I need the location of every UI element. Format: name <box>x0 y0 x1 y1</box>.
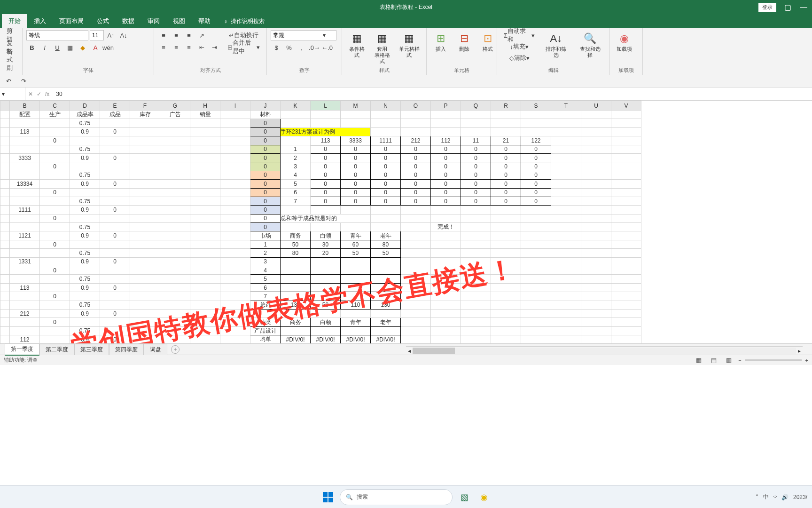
cell[interactable]: 122 <box>521 136 551 145</box>
cell[interactable] <box>341 111 371 119</box>
cell[interactable] <box>581 257 611 266</box>
align-left-icon[interactable]: ≡ <box>158 42 169 52</box>
cell[interactable]: 0 <box>100 257 130 266</box>
cell[interactable] <box>190 335 220 343</box>
cell[interactable]: 0 <box>491 188 521 197</box>
cell[interactable] <box>40 119 70 127</box>
cell[interactable] <box>371 275 401 283</box>
cell[interactable]: 手环231方案设计为例 <box>281 127 371 136</box>
cell[interactable] <box>130 240 160 248</box>
cell[interactable]: 212 <box>401 136 431 145</box>
cell[interactable]: 0 <box>250 188 281 197</box>
cell[interactable]: 0 <box>250 171 281 179</box>
cell[interactable] <box>10 301 40 309</box>
name-box[interactable]: ▾ <box>0 87 25 100</box>
cell[interactable] <box>611 249 641 257</box>
cell[interactable] <box>160 283 190 292</box>
cell[interactable] <box>190 257 220 266</box>
cell[interactable]: 0 <box>250 197 281 205</box>
cell[interactable] <box>0 111 10 119</box>
cell[interactable] <box>190 283 220 292</box>
cell[interactable] <box>190 240 220 248</box>
start-button[interactable] <box>320 489 336 505</box>
cell[interactable] <box>130 275 160 283</box>
horizontal-scrollbar[interactable]: ◂▸ <box>406 346 803 355</box>
cell[interactable] <box>431 335 461 343</box>
increase-decimal-icon[interactable]: .0→ <box>309 42 320 53</box>
cell[interactable] <box>611 136 641 145</box>
cell[interactable] <box>0 249 10 257</box>
cell[interactable] <box>190 266 220 275</box>
cell[interactable] <box>551 249 581 257</box>
cell[interactable]: 0 <box>461 153 491 162</box>
cell[interactable] <box>10 223 40 231</box>
cell[interactable]: 0 <box>40 162 70 171</box>
cell[interactable]: 4 <box>250 266 281 275</box>
cell[interactable]: 产品设计 <box>250 326 281 335</box>
cell[interactable] <box>130 335 160 343</box>
cell[interactable] <box>401 266 431 275</box>
cell[interactable]: 0 <box>401 162 431 171</box>
cell[interactable] <box>371 292 401 301</box>
cell[interactable]: 商务 <box>281 231 311 240</box>
redo-button[interactable]: ↷ <box>18 76 29 87</box>
cell[interactable] <box>0 197 10 205</box>
cell[interactable] <box>491 206 521 214</box>
cell[interactable] <box>0 231 10 240</box>
cell[interactable] <box>491 266 521 275</box>
cell[interactable] <box>40 301 70 309</box>
cell[interactable] <box>431 283 461 292</box>
find-select-button[interactable]: 🔍查找和选择 <box>575 30 606 59</box>
cell[interactable] <box>220 127 250 136</box>
cell[interactable] <box>371 127 401 136</box>
cell[interactable] <box>190 301 220 309</box>
cell[interactable] <box>100 162 130 171</box>
cell[interactable]: 0 <box>100 335 130 343</box>
cell[interactable]: 0 <box>401 180 431 188</box>
cell[interactable] <box>551 136 581 145</box>
cell[interactable] <box>491 119 521 127</box>
cell[interactable] <box>40 153 70 162</box>
cell[interactable]: 0 <box>491 145 521 153</box>
cell[interactable]: 2 <box>250 249 281 257</box>
cell[interactable]: 完成！ <box>431 223 461 231</box>
cell[interactable] <box>581 188 611 197</box>
cell[interactable] <box>281 111 311 119</box>
cell[interactable] <box>220 111 250 119</box>
cell[interactable] <box>491 240 521 248</box>
cell[interactable] <box>461 223 491 231</box>
cell[interactable]: 0 <box>401 171 431 179</box>
cell[interactable]: 1 <box>281 145 311 153</box>
cell[interactable]: 0 <box>311 171 341 179</box>
column-header[interactable]: I <box>220 101 250 111</box>
cell[interactable]: 60 <box>341 240 371 248</box>
cell[interactable]: 0 <box>100 231 130 240</box>
cell[interactable] <box>130 171 160 179</box>
cell[interactable] <box>40 145 70 153</box>
cell[interactable] <box>130 309 160 318</box>
tray-chevron-icon[interactable]: ˄ <box>756 494 758 500</box>
cell[interactable] <box>431 206 461 214</box>
cell[interactable] <box>521 309 551 318</box>
merge-center-button[interactable]: ⊞ 合并后居中 ▾ <box>225 42 263 52</box>
cell[interactable] <box>281 136 311 145</box>
cell[interactable] <box>311 326 341 335</box>
cell[interactable] <box>160 206 190 214</box>
cell[interactable] <box>0 223 10 231</box>
cell[interactable]: 0 <box>250 180 281 188</box>
cell[interactable] <box>461 119 491 127</box>
cell[interactable] <box>581 206 611 214</box>
cell[interactable] <box>551 335 581 343</box>
cell[interactable]: 0 <box>521 153 551 162</box>
cell[interactable]: 生产 <box>40 111 70 119</box>
cell[interactable] <box>190 197 220 205</box>
cell[interactable] <box>130 318 160 326</box>
cell[interactable]: 广告 <box>160 111 190 119</box>
cell[interactable]: 0.9 <box>70 283 100 292</box>
cell[interactable]: 0 <box>311 188 341 197</box>
cell[interactable] <box>190 145 220 153</box>
cell[interactable] <box>100 214 130 222</box>
undo-button[interactable]: ↶ <box>3 76 14 87</box>
cell[interactable] <box>371 119 401 127</box>
cell[interactable] <box>401 119 431 127</box>
